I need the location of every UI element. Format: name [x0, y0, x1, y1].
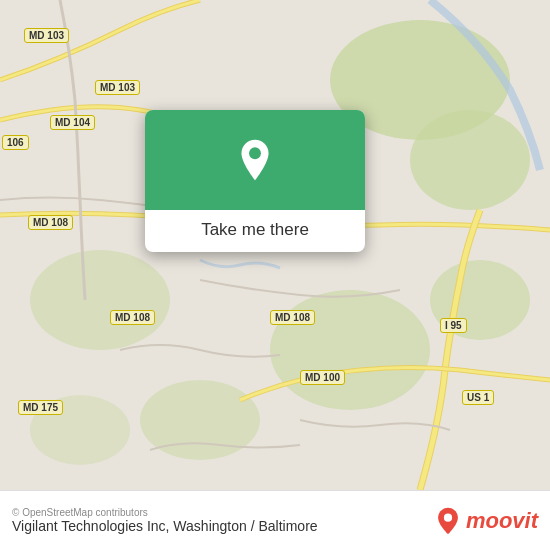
moovit-pin-icon [434, 507, 462, 535]
road-label-us1: US 1 [462, 390, 494, 405]
svg-point-8 [249, 147, 261, 159]
road-label-md103-top: MD 103 [24, 28, 69, 43]
road-label-md108-right: MD 108 [270, 310, 315, 325]
road-label-md108-mid: MD 108 [110, 310, 155, 325]
location-pin-icon [233, 138, 277, 182]
svg-point-3 [270, 290, 430, 410]
road-label-md108-left: MD 108 [28, 215, 73, 230]
svg-point-9 [444, 513, 452, 521]
bottom-left-info: © OpenStreetMap contributors Vigilant Te… [12, 507, 318, 534]
road-label-md100: MD 100 [300, 370, 345, 385]
moovit-logo: moovit [434, 507, 538, 535]
moovit-brand-text: moovit [466, 508, 538, 534]
road-label-i95: I 95 [440, 318, 467, 333]
svg-point-2 [410, 110, 530, 210]
copyright-text: © OpenStreetMap contributors [12, 507, 318, 518]
road-label-md175: MD 175 [18, 400, 63, 415]
road-label-md106: 106 [2, 135, 29, 150]
bottom-bar: © OpenStreetMap contributors Vigilant Te… [0, 490, 550, 550]
popup-button-section[interactable]: Take me there [145, 210, 365, 252]
road-label-md104: MD 104 [50, 115, 95, 130]
road-label-md103-mid: MD 103 [95, 80, 140, 95]
map-container: MD 103 MD 103 MD 104 106 MD 108 MD 108 M… [0, 0, 550, 490]
take-me-there-button[interactable]: Take me there [201, 220, 309, 240]
svg-point-4 [30, 250, 170, 350]
popup-green-section [145, 110, 365, 210]
popup-card: Take me there [145, 110, 365, 252]
company-name: Vigilant Technologies Inc, Washington / … [12, 518, 318, 534]
